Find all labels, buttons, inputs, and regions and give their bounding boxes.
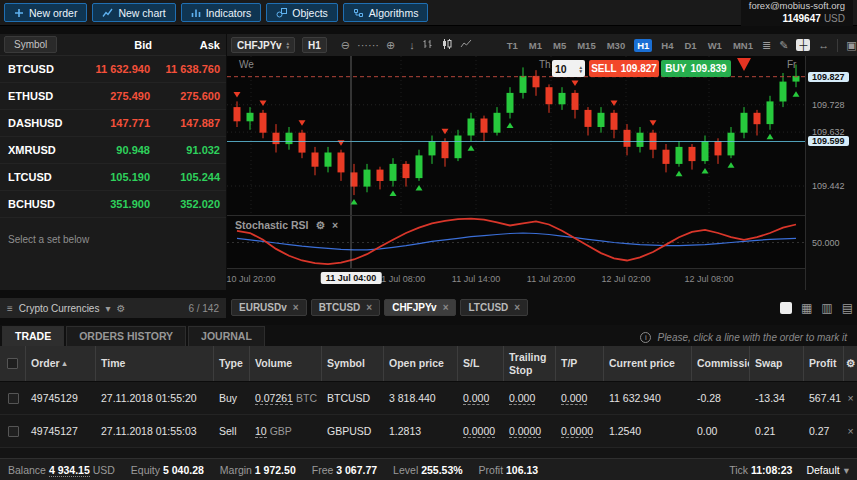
new-chart-button[interactable]: New chart (92, 3, 175, 22)
symbol-set-selector[interactable]: ≡ Crypto Currencies ▾ ⚙ 6 / 142 (0, 298, 226, 318)
zoom-level-dots[interactable]: ······ (357, 39, 379, 51)
volume-unit: BTC (296, 392, 317, 404)
new-order-button[interactable]: New order (4, 3, 87, 22)
volume-value[interactable]: 10 (255, 425, 267, 438)
pan-arrows-icon[interactable]: ↔ (818, 39, 829, 51)
tp-value[interactable]: 0.000 (561, 392, 587, 405)
watchlist-row[interactable]: DASHUSD147.771147.887 (0, 110, 226, 137)
column-header-profit[interactable]: Profit (804, 346, 844, 381)
column-header-swap[interactable]: Swap (750, 346, 804, 381)
rows-layout-icon[interactable]: ▤ (842, 301, 853, 315)
column-header-time[interactable]: Time (96, 346, 214, 381)
table-settings-icon[interactable]: ⚙ (844, 346, 857, 381)
timeframe-t1[interactable]: T1 (505, 39, 520, 52)
tp-value[interactable]: 0.0000 (561, 425, 593, 438)
column-header-trailing-stop[interactable]: Trailing Stop (504, 346, 556, 381)
profile-selector[interactable]: Default ▾ (806, 464, 849, 476)
columns-layout-icon[interactable]: ▥ (821, 301, 832, 315)
column-header-symbol[interactable]: Symbol (322, 346, 384, 381)
timeframe-m5[interactable]: M5 (551, 39, 568, 52)
grid-layout-icon[interactable]: ▦ (801, 301, 812, 315)
draw-pencil-icon[interactable]: ✎ (779, 39, 788, 52)
chart-tab-ltcusd[interactable]: LTCUSD× (460, 299, 528, 316)
column-header-t-p[interactable]: T/P (556, 346, 604, 381)
close-icon[interactable]: × (443, 302, 449, 313)
chart-tab-chfjpyv[interactable]: CHFJPYv× (384, 299, 456, 316)
chart-period-select[interactable]: H1 (302, 37, 327, 53)
dock-panel-icon[interactable]: ▣ (846, 39, 856, 52)
autoscroll-icon[interactable]: ↓ (409, 39, 415, 51)
chart-tab-eurusdv[interactable]: EURUSDv× (231, 299, 307, 316)
timeframe-m15[interactable]: M15 (575, 39, 597, 52)
column-header-commission[interactable]: Commission (692, 346, 750, 381)
spinner-icon[interactable]: ▴▾ (579, 65, 582, 73)
zoom-in-icon[interactable]: ⊕ (386, 39, 395, 52)
indicators-button[interactable]: Indicators (181, 3, 262, 22)
timeframe-m30[interactable]: M30 (605, 39, 627, 52)
line-chart-type-icon[interactable] (460, 38, 472, 52)
timeframe-h4[interactable]: H4 (659, 39, 675, 52)
column-header-order[interactable]: Order▴ (26, 346, 96, 381)
trailing-value[interactable]: 0.0000 (509, 425, 541, 438)
candlestick-chart[interactable]: WeThFr 10 ▴▾ SELL 109.827 BUY 109.839 (227, 56, 805, 215)
tab-journal[interactable]: JOURNAL (188, 326, 265, 346)
objects-button[interactable]: Objects (266, 3, 338, 22)
chart-tab-btcusd[interactable]: BTCUSD× (311, 299, 381, 316)
chart-symbol-select[interactable]: CHFJPYv ▴▾ (231, 37, 295, 53)
checkbox[interactable] (7, 358, 18, 369)
volume-value[interactable]: 0.07261 (255, 392, 293, 405)
indicator-close-icon[interactable]: × (332, 219, 338, 231)
crosshair-tool-icon[interactable]: ┼ (796, 39, 810, 51)
timeframe-m1[interactable]: M1 (527, 39, 544, 52)
hamburger-icon: ≡ (7, 303, 13, 314)
buy-button[interactable]: BUY 109.839 (661, 60, 731, 77)
button-label: Algorithms (369, 7, 419, 19)
timeframe-d1[interactable]: D1 (682, 39, 698, 52)
algorithms-button[interactable]: Algorithms (343, 3, 429, 22)
indicator-settings-icon[interactable]: ⚙ (316, 219, 325, 231)
watchlist-row[interactable]: LTCUSD105.190105.244 (0, 164, 226, 191)
watchlist-row[interactable]: BCHUSD351.900352.020 (0, 191, 226, 218)
select-all-checkbox[interactable] (0, 346, 26, 381)
order-row[interactable]: 4974512927.11.2018 01:55:20Buy0.07261BTC… (0, 382, 857, 415)
column-header-s-l[interactable]: S/L (458, 346, 504, 381)
symbol-header-button[interactable]: Symbol (4, 36, 57, 53)
column-header-open-price[interactable]: Open price (384, 346, 458, 381)
zoom-out-icon[interactable]: ⊖ (341, 39, 350, 52)
watchlist-row[interactable]: ETHUSD275.490275.600 (0, 83, 226, 110)
column-header-current-price[interactable]: Current price (604, 346, 692, 381)
column-header-volume[interactable]: Volume (250, 346, 322, 381)
column-header-type[interactable]: Type (214, 346, 250, 381)
tab-trade[interactable]: TRADE (2, 326, 64, 346)
sell-button[interactable]: SELL 109.827 (589, 60, 659, 77)
account-info[interactable]: forex@mobius-soft.org 1149647 USD (741, 0, 853, 26)
trailing-value[interactable]: 0.000 (509, 392, 535, 405)
timeframe-w1[interactable]: W1 (706, 39, 724, 52)
close-icon[interactable]: × (514, 302, 520, 313)
chevron-down-icon[interactable]: ▾ (105, 303, 110, 314)
gear-icon[interactable]: ⚙ (116, 303, 125, 314)
single-layout-icon[interactable] (780, 302, 792, 314)
close-icon[interactable]: × (293, 302, 299, 313)
order-row[interactable]: 4974512727.11.2018 01:55:03Sell10GBPGBPU… (0, 415, 857, 448)
close-order-icon[interactable]: × (844, 392, 857, 404)
close-icon[interactable]: × (366, 302, 372, 313)
checkbox[interactable] (8, 393, 19, 404)
sl-value[interactable]: 0.000 (463, 392, 489, 405)
tab-orders-history[interactable]: ORDERS HISTORY (66, 326, 186, 346)
timeframe-h1[interactable]: H1 (634, 39, 652, 52)
watchlist-row[interactable]: XMRUSD90.94891.032 (0, 137, 226, 164)
spinner-icon[interactable]: ▴▾ (286, 41, 289, 49)
bars-chart-type-icon[interactable] (422, 38, 434, 52)
sl-value[interactable]: 0.0000 (463, 425, 495, 438)
close-order-icon[interactable]: × (844, 425, 857, 437)
status-equity: Equity 5 040.28 (131, 464, 204, 476)
timeframe-mn1[interactable]: MN1 (731, 39, 755, 52)
watchlist-row[interactable]: BTCUSD11 632.94011 638.760 (0, 56, 226, 83)
stochastic-rsi-pane[interactable]: Stochastic RSI ⚙ × (227, 215, 805, 268)
order-volume-input[interactable]: 10 ▴▾ (552, 60, 585, 77)
checkbox[interactable] (8, 426, 19, 437)
objects-list-icon[interactable]: ≣ (762, 39, 771, 52)
cell-commission: -0.28 (692, 392, 750, 404)
candles-chart-type-icon[interactable] (441, 38, 453, 52)
